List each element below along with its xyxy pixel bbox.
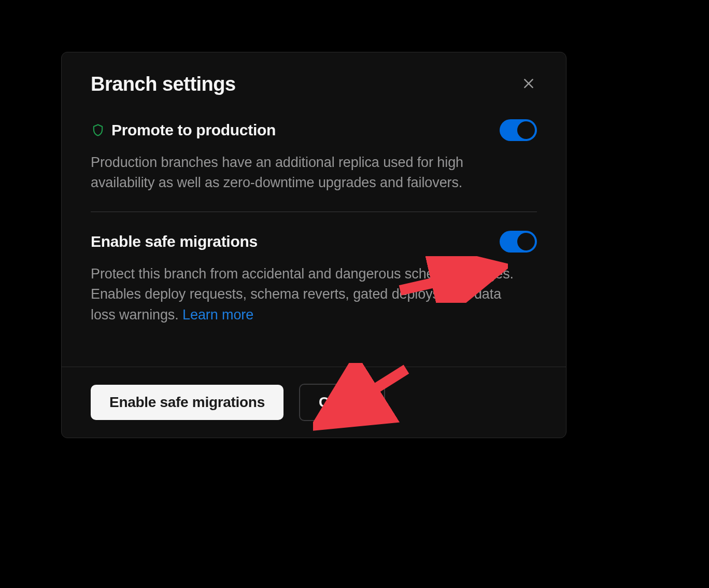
promote-description: Production branches have an additional r…: [91, 152, 516, 193]
toggle-knob: [517, 233, 535, 250]
promote-setting-row: Promote to production: [91, 119, 537, 141]
safe-migrations-row: Enable safe migrations: [91, 231, 537, 253]
modal-title: Branch settings: [91, 73, 236, 95]
cancel-button[interactable]: Cancel: [299, 384, 385, 421]
close-icon: [522, 77, 535, 92]
promote-title-wrap: Promote to production: [91, 121, 276, 139]
divider: [91, 212, 537, 212]
learn-more-link[interactable]: Learn more: [182, 307, 253, 323]
safe-migrations-desc-text: Protect this branch from accidental and …: [91, 266, 514, 322]
shield-icon: [91, 123, 105, 137]
safe-migrations-toggle[interactable]: [500, 231, 537, 253]
promote-title: Promote to production: [111, 121, 276, 139]
modal-body: Promote to production Production branche…: [62, 110, 566, 367]
enable-safe-migrations-button[interactable]: Enable safe migrations: [91, 385, 283, 420]
branch-settings-modal: Branch settings Promote to product: [61, 52, 566, 438]
toggle-knob: [517, 121, 535, 139]
close-button[interactable]: [520, 76, 537, 93]
promote-toggle[interactable]: [500, 119, 537, 141]
modal-footer: Enable safe migrations Cancel: [62, 367, 566, 438]
modal-header: Branch settings: [62, 52, 566, 110]
safe-migrations-description: Protect this branch from accidental and …: [91, 264, 516, 325]
safe-migrations-title: Enable safe migrations: [91, 233, 258, 250]
safe-migrations-setting: Enable safe migrations Protect this bran…: [91, 231, 537, 343]
safe-migrations-title-wrap: Enable safe migrations: [91, 233, 258, 250]
promote-setting: Promote to production Production branche…: [91, 119, 537, 212]
